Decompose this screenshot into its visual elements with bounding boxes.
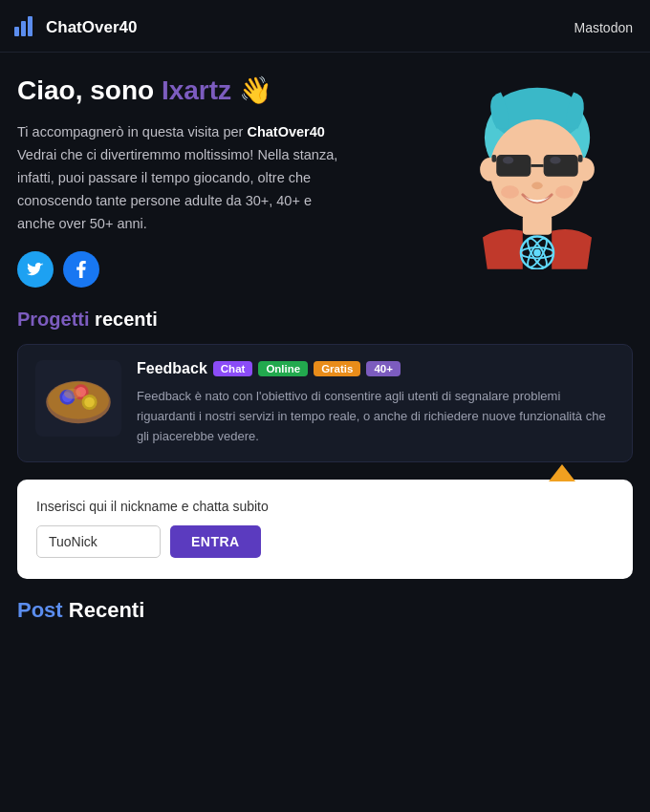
svg-rect-12	[578, 155, 583, 162]
badge-40plus: 40+	[366, 361, 401, 376]
logo-icon	[13, 13, 38, 42]
svg-point-14	[550, 157, 560, 164]
controller-icon	[40, 365, 117, 432]
badge-chat: Chat	[213, 361, 253, 376]
chat-input-label: Inserisci qui il nickname e chatta subit…	[36, 499, 614, 514]
chat-input-arrow	[549, 464, 575, 481]
nick-input[interactable]	[36, 525, 161, 558]
twitter-button[interactable]	[17, 251, 54, 288]
svg-point-15	[531, 182, 542, 190]
logo[interactable]: ChatOver40	[13, 13, 137, 42]
project-info: Feedback Chat Online Gratis 40+ Feedback…	[137, 360, 615, 446]
post-recenti-title: Post Recenti	[17, 598, 633, 623]
project-thumbnail	[35, 360, 121, 437]
avatar	[446, 78, 628, 269]
svg-rect-18	[523, 215, 552, 235]
main-content: Ciao, sono Ixartz 👋 Ti accompagnerò in q…	[0, 53, 650, 638]
chat-input-section: Inserisci qui il nickname e chatta subit…	[17, 480, 633, 579]
badge-gratis: Gratis	[314, 361, 360, 376]
svg-rect-2	[28, 16, 32, 36]
wave-emoji: 👋	[239, 75, 272, 105]
project-title-row: Feedback Chat Online Gratis 40+	[137, 360, 615, 377]
facebook-button[interactable]	[63, 251, 99, 288]
svg-rect-8	[496, 155, 531, 177]
hero-title: Ciao, sono Ixartz 👋	[17, 74, 432, 108]
project-description: Feedback è nato con l'obiettivo di conse…	[137, 387, 615, 446]
svg-point-16	[501, 185, 519, 198]
hero-description: Ti accompagnerò in questa visita per Cha…	[17, 121, 342, 236]
svg-rect-1	[21, 21, 26, 36]
entra-button[interactable]: ENTRA	[170, 525, 261, 558]
greeting-prefix: Ciao, sono	[17, 75, 162, 105]
post-recenti-rest: Recenti	[63, 598, 145, 622]
svg-rect-0	[14, 27, 19, 36]
mastodon-link[interactable]: Mastodon	[574, 20, 633, 35]
hero-text: Ciao, sono Ixartz 👋 Ti accompagnerò in q…	[17, 74, 432, 288]
username: Ixartz	[162, 75, 231, 105]
projects-title-highlight: Progetti	[17, 309, 90, 330]
hero-section: Ciao, sono Ixartz 👋 Ti accompagnerò in q…	[17, 74, 633, 288]
project-card[interactable]: Feedback Chat Online Gratis 40+ Feedback…	[17, 344, 633, 462]
projects-title-rest: recenti	[90, 309, 158, 330]
social-icons	[17, 251, 432, 288]
chat-input-row: ENTRA	[36, 525, 614, 558]
badge-online: Online	[258, 361, 308, 376]
avatar-area	[442, 74, 633, 274]
projects-title: Progetti recenti	[17, 309, 633, 331]
header: ChatOver40 Mastodon	[0, 0, 650, 53]
logo-text: ChatOver40	[46, 18, 137, 37]
svg-point-31	[84, 397, 95, 408]
project-name: Feedback	[137, 360, 207, 377]
svg-rect-9	[544, 155, 578, 177]
svg-point-32	[64, 389, 81, 399]
svg-point-23	[533, 249, 541, 257]
svg-point-17	[555, 185, 574, 198]
svg-point-13	[503, 157, 513, 164]
post-recenti-highlight: Post	[17, 598, 63, 622]
svg-rect-11	[492, 155, 497, 162]
